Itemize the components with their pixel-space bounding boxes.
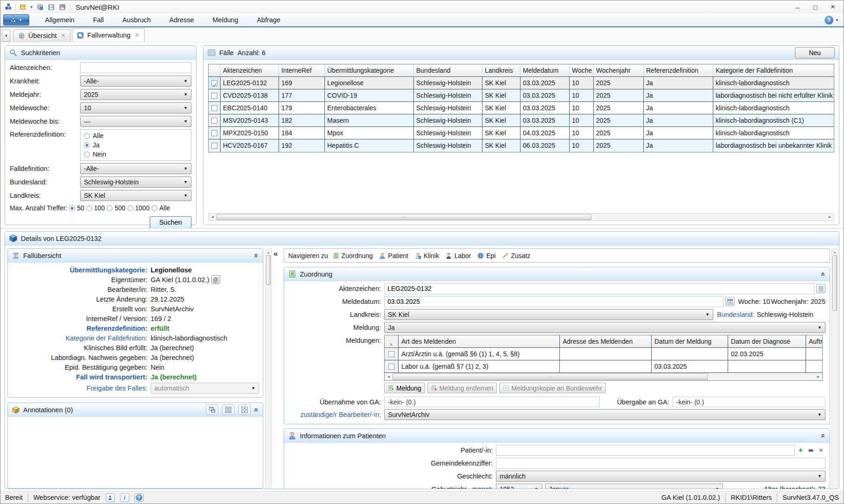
calendar-button[interactable]: 15 [725, 297, 735, 306]
tab-close-icon[interactable] [135, 31, 140, 40]
table-row[interactable]: HCV2025-0167192Hepatitis CSchleswig-Hols… [209, 139, 834, 152]
row-checkbox[interactable] [209, 102, 221, 114]
nav-link-patient[interactable]: Patient [377, 252, 410, 259]
details-left-scrollbar[interactable] [265, 248, 272, 489]
collapse-panel-icon[interactable] [819, 272, 828, 276]
column-header[interactable]: Auftr [806, 335, 822, 347]
scroll-left-icon[interactable] [209, 214, 216, 220]
column-header[interactable]: Adresse des Meldenden [560, 335, 652, 347]
column-header[interactable]: Datum der Meldung [652, 335, 728, 347]
scroll-up-icon[interactable] [266, 249, 271, 255]
meldungskopie-bundeswehr-button[interactable]: Meldungskopie an Bundeswehr [499, 383, 605, 393]
sort-column-header[interactable] [385, 335, 399, 347]
column-header[interactable]: Meldedatum [520, 64, 570, 76]
info-icon[interactable] [120, 493, 129, 502]
add-patient-icon[interactable] [796, 446, 805, 455]
geburtsjahr-dropdown[interactable]: 1953 [496, 484, 542, 489]
bundesland-dropdown[interactable]: Schleswig-Holstein [80, 176, 191, 188]
krankheit-dropdown[interactable]: -Alle- [80, 76, 191, 87]
geschlecht-dropdown[interactable]: männlich [496, 471, 825, 482]
row-checkbox[interactable] [209, 139, 221, 152]
patient-input[interactable] [496, 445, 795, 456]
radio-option-500[interactable]: 500 [107, 203, 125, 213]
minimize-button[interactable] [789, 1, 806, 13]
annotation-grid-button[interactable] [222, 404, 235, 415]
suchen-button[interactable]: Suchen [150, 216, 191, 228]
scrollbar-thumb[interactable] [832, 255, 837, 311]
menu-ausbruch[interactable]: Ausbruch [113, 14, 160, 25]
menu-meldung[interactable]: Meldung [203, 14, 248, 25]
section-splitter[interactable] [0, 228, 844, 229]
help-icon[interactable] [134, 493, 144, 502]
column-header[interactable]: Wochenjahr [594, 64, 644, 76]
column-header[interactable]: Datum der Diagnose [728, 335, 806, 347]
quick-new-icon[interactable] [19, 3, 27, 11]
aktenzeichen-input[interactable] [80, 62, 191, 73]
column-header[interactable]: Übermittlungskategorie [325, 64, 414, 76]
close-button[interactable] [824, 1, 842, 13]
meldedatum-input[interactable] [384, 296, 723, 307]
gemeindekennziffer-input[interactable] [496, 458, 825, 469]
quick-open-icon[interactable] [36, 3, 44, 11]
scrollbar-thumb[interactable] [393, 373, 708, 380]
column-header[interactable]: Aktenzeichen [221, 64, 279, 76]
radio-option-100[interactable]: 100 [86, 203, 105, 213]
menu-abfrage[interactable]: Abfrage [247, 14, 290, 25]
row-checkbox[interactable] [209, 77, 221, 89]
annotation-expand-button[interactable] [238, 404, 251, 415]
collapse-panel-icon[interactable] [253, 253, 261, 258]
table-row[interactable]: MPX2025-0150184MpoxSchleswig-HolsteinSK … [209, 127, 834, 139]
scroll-up-icon[interactable] [832, 249, 838, 255]
landkreis-dropdown[interactable]: SK Kiel [384, 309, 713, 320]
meldewoche-dropdown[interactable]: 10 [80, 102, 191, 113]
maximize-button[interactable] [806, 1, 824, 13]
field-label-link[interactable]: Kategorie der Falldefinition: [12, 334, 151, 342]
email-owner-button[interactable] [211, 275, 220, 284]
remove-patient-icon[interactable] [817, 446, 825, 455]
nav-link-labor[interactable]: Labor [444, 252, 473, 259]
meldung-dropdown[interactable]: Ja [384, 322, 825, 333]
radio-option-ja[interactable]: Ja [84, 140, 188, 150]
column-header[interactable]: Bundesland [414, 64, 482, 76]
radio-option-nein[interactable]: Nein [84, 150, 188, 159]
radio-option-alle[interactable]: Alle [84, 131, 188, 140]
row-checkbox[interactable] [385, 360, 399, 372]
search-patient-icon[interactable] [806, 446, 815, 455]
quick-new-caret-icon[interactable] [30, 5, 33, 9]
collapse-panel-icon[interactable] [819, 434, 828, 438]
neu-button[interactable]: Neu [795, 47, 835, 58]
table-row[interactable]: LEG2025-0132169LegionelloseSchleswig-Hol… [209, 77, 834, 89]
tab-close-icon[interactable] [61, 31, 65, 40]
radio-option-50[interactable]: 50 [69, 203, 84, 213]
quick-save-icon[interactable] [47, 3, 56, 11]
menu-fall[interactable]: Fall [84, 14, 113, 25]
meldung-add-button[interactable]: Meldung [384, 383, 425, 393]
details-right-scrollbar[interactable] [831, 248, 838, 489]
table-row[interactable]: EBC2025-0140179EnterobacteralesSchleswig… [209, 102, 834, 114]
column-header[interactable]: Art des Meldenden [399, 335, 560, 347]
menu-adresse[interactable]: Adresse [160, 14, 203, 25]
bearbeiter-label-link[interactable]: zuständige/r Bearbeiter/-in: [288, 411, 384, 418]
table-row[interactable]: CVD2025-0138177COVID-19Schleswig-Holstei… [209, 89, 834, 102]
nav-link-klinik[interactable]: Klinik [413, 252, 441, 259]
webservice-refresh-icon[interactable] [106, 493, 115, 502]
landkreis-dropdown[interactable]: SK Kiel [80, 190, 191, 201]
column-header[interactable]: Landkreis [482, 64, 520, 76]
row-checkbox[interactable] [209, 89, 221, 101]
cases-horizontal-scrollbar[interactable] [208, 213, 834, 221]
table-row[interactable]: MSV2025-0143182MasernSchleswig-HolsteinS… [209, 114, 834, 127]
bundesland-label-link[interactable]: Bundesland: [713, 311, 755, 318]
scroll-right-icon[interactable] [826, 214, 834, 220]
collapse-right-pane-icon[interactable] [273, 249, 278, 258]
falldefinition-dropdown[interactable]: -Alle- [80, 163, 191, 174]
freigabe-dropdown[interactable]: automatisch [151, 383, 259, 394]
scroll-left-icon[interactable] [385, 373, 393, 380]
scrollbar-thumb[interactable] [266, 255, 271, 285]
quick-export-icon[interactable] [58, 3, 67, 11]
aktenzeichen-action-button[interactable] [816, 284, 825, 293]
column-header[interactable]: Kategorie der Falldefinition [713, 64, 834, 76]
radio-option-alle[interactable]: Alle [152, 203, 170, 213]
help-button[interactable] [825, 16, 841, 25]
meldung-remove-button[interactable]: Meldung entfernen [427, 383, 497, 393]
scrollbar-thumb[interactable] [216, 214, 591, 220]
